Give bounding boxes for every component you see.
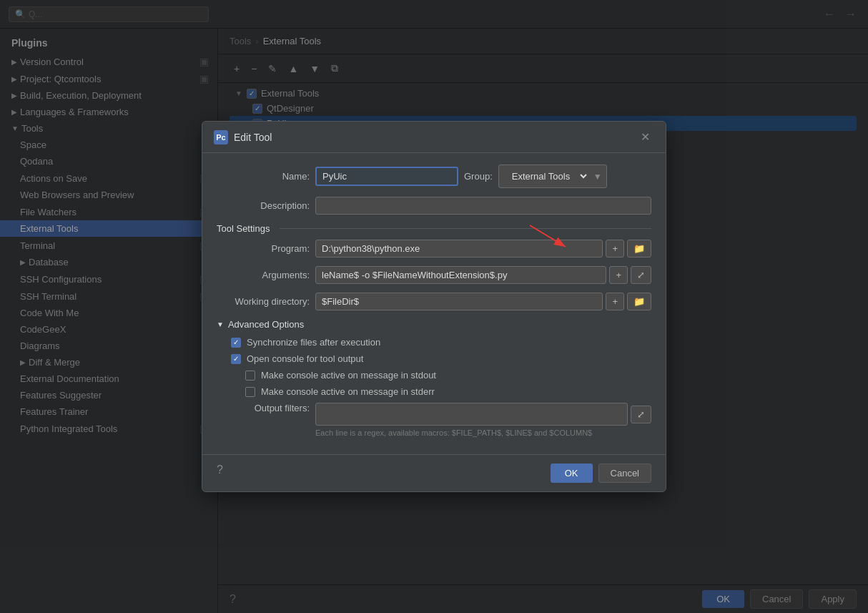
program-input-group: + 📁 — [315, 240, 651, 258]
modal-close-button[interactable]: ✕ — [636, 129, 654, 145]
checkbox-stderr: Make console active on message in stderr — [217, 386, 651, 397]
checkbox-open-console: ✓ Open console for tool output — [217, 353, 651, 364]
open-console-label: Open console for tool output — [247, 353, 363, 364]
working-dir-input-group: + 📁 — [315, 293, 651, 310]
advanced-title[interactable]: ▼ Advanced Options — [217, 319, 651, 330]
modal-body: Name: Group: External Tools ▼ Descriptio… — [202, 153, 666, 454]
group-select[interactable]: External Tools — [503, 167, 589, 185]
advanced-options: ▼ Advanced Options ✓ Synchronize files a… — [217, 319, 651, 437]
tool-settings-title: Tool Settings — [217, 223, 651, 234]
description-row: Description: — [217, 197, 651, 215]
modal-cancel-button[interactable]: Cancel — [598, 464, 651, 483]
working-dir-folder-button[interactable]: 📁 — [627, 293, 651, 310]
output-filters-label: Output filters: — [217, 403, 310, 413]
tool-settings-label: Tool Settings — [217, 223, 270, 234]
modal-icon: Pc — [214, 130, 228, 144]
checkbox-console-icon[interactable]: ✓ — [231, 354, 241, 364]
chevron-down-icon: ▼ — [593, 172, 602, 182]
program-row: Program: + 📁 — [217, 240, 651, 258]
checkbox-stdout: Make console active on message in stdout — [217, 370, 651, 381]
working-dir-label: Working directory: — [217, 296, 310, 307]
modal-title: Pc Edit Tool — [214, 130, 272, 144]
modal-header: Pc Edit Tool ✕ — [202, 122, 666, 153]
modal-footer: ? OK Cancel — [202, 454, 666, 491]
arguments-label: Arguments: — [217, 270, 310, 280]
checkbox-sync-icon[interactable]: ✓ — [231, 338, 241, 348]
output-filters-input-group: ⤢ — [315, 403, 651, 426]
program-folder-button[interactable]: 📁 — [627, 240, 651, 258]
working-dir-input[interactable] — [315, 293, 603, 310]
output-filters-input[interactable] — [315, 403, 628, 426]
working-dir-row: Working directory: + 📁 — [217, 293, 651, 310]
output-hint: Each line is a regex, available macros: … — [217, 428, 651, 437]
stdout-label: Make console active on message in stdout — [261, 370, 436, 381]
arguments-expand-button[interactable]: ⤢ — [631, 266, 651, 284]
stderr-label: Make console active on message in stderr — [261, 386, 435, 397]
section-divider — [280, 228, 651, 229]
output-filters-expand-button[interactable]: ⤢ — [631, 406, 651, 423]
name-label: Name: — [217, 171, 310, 182]
arguments-row: Arguments: + ⤢ — [217, 266, 651, 284]
checkbox-stdout-icon[interactable] — [245, 371, 255, 381]
arguments-input[interactable] — [315, 266, 606, 284]
modal-overlay: Pc Edit Tool ✕ Name: Group: External Too… — [0, 0, 868, 613]
checkbox-sync-files: ✓ Synchronize files after execution — [217, 337, 651, 348]
advanced-arrow-icon: ▼ — [217, 320, 224, 328]
checkbox-stderr-icon[interactable] — [245, 387, 255, 397]
modal-ok-button[interactable]: OK — [551, 464, 593, 483]
tool-settings-section: Tool Settings Program: + 📁 — [217, 223, 651, 310]
description-input[interactable] — [315, 197, 651, 215]
name-group-row: Name: Group: External Tools ▼ — [217, 165, 651, 188]
modal-title-text: Edit Tool — [234, 132, 272, 143]
advanced-label: Advanced Options — [228, 319, 304, 330]
output-filters-row: Output filters: ⤢ — [217, 403, 651, 426]
name-input[interactable] — [315, 167, 458, 186]
group-label: Group: — [464, 171, 493, 182]
program-label: Program: — [217, 243, 310, 254]
modal-help-icon[interactable]: ? — [217, 464, 223, 483]
description-label: Description: — [217, 200, 310, 211]
program-input[interactable] — [315, 240, 603, 258]
group-select-wrapper[interactable]: External Tools ▼ — [498, 165, 607, 188]
arguments-add-button[interactable]: + — [609, 266, 628, 284]
edit-tool-modal: Pc Edit Tool ✕ Name: Group: External Too… — [202, 121, 666, 492]
sync-files-label: Synchronize files after execution — [247, 337, 380, 348]
arguments-input-group: + ⤢ — [315, 266, 651, 284]
program-add-button[interactable]: + — [606, 240, 624, 258]
working-dir-add-button[interactable]: + — [606, 293, 624, 310]
